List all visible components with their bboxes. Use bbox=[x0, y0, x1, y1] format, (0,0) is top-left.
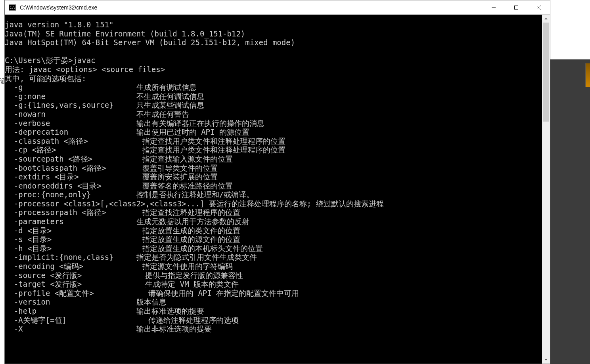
right-marker bbox=[585, 63, 590, 87]
scroll-thumb[interactable] bbox=[543, 23, 549, 122]
cmd-window: C:\ C:\Windows\system32\cmd.exe java ver… bbox=[4, 0, 550, 364]
svg-rect-1 bbox=[514, 6, 518, 9]
title-bar[interactable]: C:\ C:\Windows\system32\cmd.exe bbox=[5, 0, 550, 15]
window-title: C:\Windows\system32\cmd.exe bbox=[20, 4, 482, 11]
maximize-button[interactable] bbox=[505, 0, 527, 14]
close-button[interactable] bbox=[527, 0, 550, 14]
scroll-down-arrow[interactable] bbox=[542, 356, 550, 364]
minimize-button[interactable] bbox=[482, 0, 505, 14]
right-background-top bbox=[550, 0, 590, 59]
window-controls bbox=[482, 0, 550, 14]
vertical-scrollbar[interactable] bbox=[542, 15, 550, 364]
scroll-up-arrow[interactable] bbox=[542, 15, 550, 23]
left-background-strip bbox=[0, 0, 4, 364]
console-output[interactable]: java version "1.8.0_151" Java(TM) SE Run… bbox=[5, 15, 550, 364]
cmd-icon: C:\ bbox=[9, 4, 16, 11]
